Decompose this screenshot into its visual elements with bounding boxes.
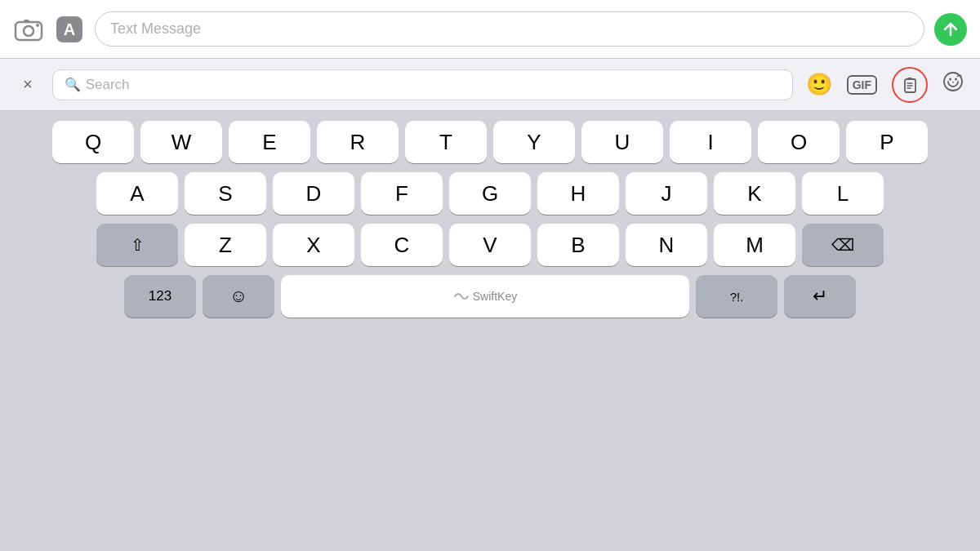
key-x[interactable]: X — [273, 224, 354, 266]
close-button[interactable]: × — [16, 72, 39, 97]
key-q[interactable]: Q — [52, 121, 134, 163]
key-i[interactable]: I — [670, 121, 751, 163]
message-input[interactable]: Text Message — [95, 11, 924, 47]
key-k[interactable]: K — [714, 172, 795, 215]
key-p[interactable]: P — [846, 121, 928, 163]
top-bar: A Text Message — [0, 0, 980, 59]
delete-button[interactable]: ⌫ — [802, 224, 884, 266]
key-m[interactable]: M — [714, 224, 795, 266]
key-g[interactable]: G — [449, 172, 531, 215]
keyboard-row-bottom: 123 ☺ SwiftKey ?!. ↵ — [3, 275, 977, 322]
key-n[interactable]: N — [626, 224, 707, 266]
svg-rect-2 — [24, 20, 29, 23]
emoji-face-button[interactable]: 🙂 — [806, 72, 832, 97]
emoji-button[interactable]: ☺ — [203, 275, 274, 318]
key-a[interactable]: A — [96, 172, 178, 215]
message-placeholder: Text Message — [110, 20, 201, 38]
gif-button[interactable]: GIF — [847, 75, 877, 95]
svg-point-1 — [24, 26, 33, 36]
key-b[interactable]: B — [537, 224, 619, 266]
key-w[interactable]: W — [140, 121, 222, 163]
key-r[interactable]: R — [317, 121, 399, 163]
toolbar-icons: 🙂 GIF — [806, 67, 964, 103]
svg-point-12 — [949, 78, 951, 81]
clipboard-circle — [892, 67, 928, 103]
shift-button[interactable]: ⇧ — [96, 224, 178, 266]
clipboard-button[interactable] — [892, 67, 928, 103]
return-button[interactable]: ↵ — [784, 275, 856, 318]
key-l[interactable]: L — [802, 172, 884, 215]
key-e[interactable]: E — [229, 121, 310, 163]
key-y[interactable]: Y — [493, 121, 575, 163]
key-u[interactable]: U — [581, 121, 663, 163]
key-h[interactable]: H — [537, 172, 619, 215]
key-s[interactable]: S — [185, 172, 266, 215]
sticker-button[interactable] — [942, 71, 964, 98]
punctuation-button[interactable]: ?!. — [696, 275, 777, 318]
appstore-button[interactable]: A — [54, 14, 85, 45]
key-v[interactable]: V — [449, 224, 531, 266]
search-placeholder: Search — [86, 77, 130, 93]
emoji-toolbar: × 🔍 Search 🙂 GIF — [0, 59, 980, 111]
key-z[interactable]: Z — [185, 224, 266, 266]
key-f[interactable]: F — [361, 172, 443, 215]
svg-text:A: A — [64, 20, 75, 38]
camera-button[interactable] — [13, 14, 44, 45]
keyboard-row-1: Q W E R T Y U I O P — [3, 121, 977, 163]
key-t[interactable]: T — [405, 121, 487, 163]
numbers-button[interactable]: 123 — [124, 275, 196, 318]
keyboard: Q W E R T Y U I O P A S D F G H J K L ⇧ … — [0, 111, 980, 551]
search-bar[interactable]: 🔍 Search — [52, 69, 793, 100]
swiftkey-label: SwiftKey — [473, 290, 517, 303]
keyboard-row-3: ⇧ Z X C V B N M ⌫ — [3, 224, 977, 266]
swiftkey-logo: SwiftKey — [453, 288, 517, 304]
send-button[interactable] — [934, 13, 967, 46]
svg-rect-7 — [907, 78, 912, 80]
space-bar[interactable]: SwiftKey — [281, 275, 689, 318]
key-o[interactable]: O — [758, 121, 840, 163]
search-icon: 🔍 — [65, 77, 81, 92]
svg-point-13 — [955, 78, 957, 81]
key-d[interactable]: D — [273, 172, 354, 215]
key-j[interactable]: J — [626, 172, 707, 215]
keyboard-row-2: A S D F G H J K L — [3, 172, 977, 215]
svg-point-3 — [36, 24, 39, 27]
key-c[interactable]: C — [361, 224, 443, 266]
